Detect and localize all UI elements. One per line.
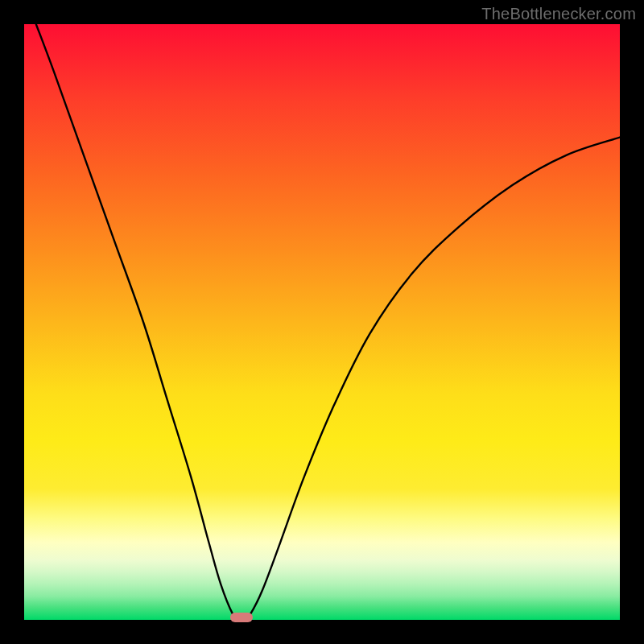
bottleneck-curve — [24, 24, 620, 620]
optimum-marker — [230, 613, 253, 622]
chart-frame: TheBottlenecker.com — [0, 0, 644, 644]
chart-plot-area — [24, 24, 620, 620]
attribution-text: TheBottlenecker.com — [481, 5, 636, 23]
